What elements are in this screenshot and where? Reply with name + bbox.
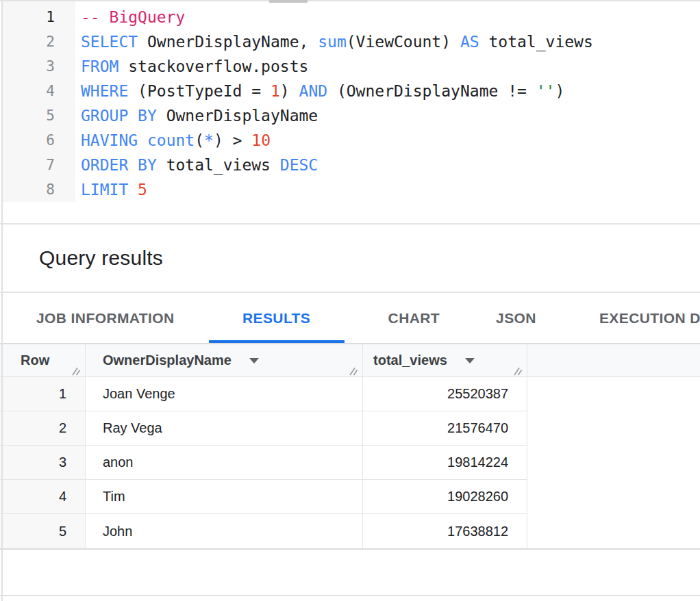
code-text: HAVING count(*) > 10 xyxy=(55,128,271,153)
column-header-ownerdisplayname[interactable]: OwnerDisplayName xyxy=(86,344,363,377)
column-resize-handle-icon[interactable] xyxy=(71,363,82,374)
column-header-row[interactable]: Row xyxy=(0,344,86,377)
sql-token-kw: WHERE xyxy=(81,82,128,100)
column-header-filler xyxy=(527,344,700,377)
sql-token-kw: count xyxy=(147,131,195,149)
cell-owner-display-name: Joan Venge xyxy=(86,377,363,411)
bottom-divider xyxy=(0,595,700,596)
tab-label: JOB INFORMATION xyxy=(36,310,175,327)
line-number: 6 xyxy=(3,128,55,153)
column-header-label: Row xyxy=(21,353,49,368)
cell-total-views: 19814224 xyxy=(363,446,527,480)
line-number: 5 xyxy=(3,103,55,128)
sql-token-plain: (OwnerDisplayName != xyxy=(327,82,536,100)
code-line[interactable]: 1-- BigQuery xyxy=(3,5,700,29)
code-text: ORDER BY total_views DESC xyxy=(55,153,318,177)
results-table: RowOwnerDisplayNametotal_views1Joan Veng… xyxy=(0,344,700,548)
sql-token-plain: (PostTypeId = xyxy=(128,82,271,100)
page-title: Query results xyxy=(0,246,163,270)
editor-scrollbar-thumb[interactable] xyxy=(269,0,308,3)
column-resize-handle-icon[interactable] xyxy=(349,363,359,374)
cell-owner-display-name: John xyxy=(86,514,363,548)
line-number: 1 xyxy=(3,5,55,29)
sql-editor[interactable]: 1-- BigQuery2SELECT OwnerDisplayName, su… xyxy=(0,0,700,225)
sql-token-kw: SELECT xyxy=(81,33,138,51)
tab-json[interactable]: JSON xyxy=(479,293,553,343)
tab-results[interactable]: RESULTS xyxy=(209,293,345,343)
cell-row-number: 3 xyxy=(0,446,86,480)
sql-token-num: 5 xyxy=(138,181,147,199)
sql-token-plain: total_views xyxy=(157,156,280,174)
cell-row-number: 4 xyxy=(0,480,86,514)
line-number: 4 xyxy=(3,79,55,103)
sql-token-str: '' xyxy=(536,82,555,100)
code-line[interactable]: 6HAVING count(*) > 10 xyxy=(3,128,700,153)
cell-filler xyxy=(527,377,700,411)
sql-token-kw: GROUP BY xyxy=(81,107,157,125)
code-line[interactable]: 5GROUP BY OwnerDisplayName xyxy=(3,103,700,128)
code-line[interactable]: 8LIMIT 5 xyxy=(3,177,700,202)
sql-token-plain: ) xyxy=(555,82,564,100)
column-header-label: total_views xyxy=(373,353,447,368)
bottom-spacer xyxy=(0,550,700,595)
tab-chart[interactable]: CHART xyxy=(372,293,457,343)
tab-label: EXECUTION DETAILS xyxy=(599,310,700,327)
tab-execution-details[interactable]: EXECUTION DETAILS xyxy=(583,293,700,343)
sql-token-kw: DESC xyxy=(280,156,318,174)
sql-token-plain xyxy=(138,131,147,149)
sql-token-kw: HAVING xyxy=(81,131,138,149)
code-line[interactable]: 7ORDER BY total_views DESC xyxy=(3,153,700,177)
page-left-border xyxy=(1,0,3,601)
tab-label: RESULTS xyxy=(242,310,310,327)
sort-dropdown-icon[interactable] xyxy=(465,358,475,363)
sql-token-plain: ) > xyxy=(214,131,251,149)
sql-token-plain: ) xyxy=(280,82,299,100)
sql-token-plain: total_views xyxy=(479,33,593,51)
sql-token-kw: AND xyxy=(299,82,328,100)
cell-filler xyxy=(527,480,700,514)
sql-token-kw: LIMIT xyxy=(81,181,128,199)
code-text: GROUP BY OwnerDisplayName xyxy=(55,103,318,128)
cell-owner-display-name: anon xyxy=(86,446,363,480)
code-text: -- BigQuery xyxy=(55,5,185,29)
line-number: 7 xyxy=(3,153,55,177)
query-results-header: Query results xyxy=(0,225,700,293)
column-header-label: OwnerDisplayName xyxy=(103,353,232,368)
results-tab-bar: JOB INFORMATIONRESULTSCHARTJSONEXECUTION… xyxy=(0,293,700,343)
cell-filler xyxy=(527,411,700,446)
code-line[interactable]: 2SELECT OwnerDisplayName, sum(ViewCount)… xyxy=(3,29,700,54)
code-line[interactable]: 3FROM stackoverflow.posts xyxy=(3,54,700,79)
sql-editor-lines[interactable]: 1-- BigQuery2SELECT OwnerDisplayName, su… xyxy=(0,0,700,202)
sql-token-plain: stackoverflow.posts xyxy=(118,57,308,75)
column-header-total-views[interactable]: total_views xyxy=(363,344,527,377)
sql-token-num: 10 xyxy=(251,131,271,149)
sql-token-kw: FROM xyxy=(81,57,118,75)
cell-row-number: 2 xyxy=(0,411,86,446)
line-number: 3 xyxy=(3,54,55,79)
code-text: LIMIT 5 xyxy=(55,177,147,202)
tab-job-information[interactable]: JOB INFORMATION xyxy=(20,293,191,343)
line-number: 2 xyxy=(3,29,55,54)
cell-owner-display-name: Ray Vega xyxy=(86,411,363,446)
sql-token-kw: sum xyxy=(318,33,347,51)
sql-token-num: 1 xyxy=(271,82,280,100)
sql-token-plain: OwnerDisplayName xyxy=(157,107,318,125)
sql-token-plain: OwnerDisplayName, xyxy=(138,33,318,51)
code-line[interactable]: 4WHERE (PostTypeId = 1) AND (OwnerDispla… xyxy=(3,79,700,103)
column-resize-handle-icon[interactable] xyxy=(513,363,523,374)
cell-total-views: 19028260 xyxy=(363,480,527,514)
sort-dropdown-icon[interactable] xyxy=(249,358,259,363)
sql-token-comment: -- BigQuery xyxy=(81,8,185,26)
tab-label: JSON xyxy=(496,310,536,327)
cell-total-views: 21576470 xyxy=(363,411,527,446)
editor-scrollbar-track xyxy=(0,0,700,1)
sql-token-plain: (ViewCount) xyxy=(347,33,460,51)
cell-total-views: 17638812 xyxy=(363,514,527,548)
cell-filler xyxy=(527,514,700,548)
sql-token-kw: * xyxy=(204,131,214,149)
cell-filler xyxy=(527,446,700,480)
sql-token-plain xyxy=(128,181,138,199)
tab-label: CHART xyxy=(388,310,440,327)
code-text: WHERE (PostTypeId = 1) AND (OwnerDisplay… xyxy=(55,79,564,103)
cell-owner-display-name: Tim xyxy=(86,480,363,514)
